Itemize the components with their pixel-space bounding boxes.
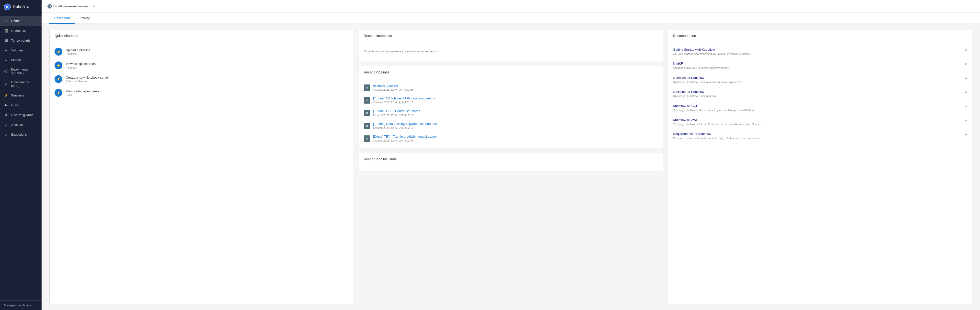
doc-info-4: Kubeflow on GCP Running Kubeflow on Kube… xyxy=(673,104,755,112)
sidebar-item-runs[interactable]: ▶ Runs xyxy=(0,100,41,110)
doc-item-0[interactable]: Getting Started with Kubeflow Get your m… xyxy=(668,45,972,59)
pipeline-info-0: example_pipeline Created 2021. 12. 9. 오후… xyxy=(373,84,414,91)
doc-item-2[interactable]: Microk8s for Kubeflow Quickly get Kubefl… xyxy=(668,73,972,87)
dashboard-grid: Quick shortcuts ⚡ Upload a pipeline Pipe… xyxy=(41,24,980,310)
sidebar-item-volumes[interactable]: ≡ Volumes xyxy=(0,45,41,55)
doc-sub-5: Running Kubeflow on Elastic Container Se… xyxy=(673,122,762,126)
documentation-card: Documentation Getting Started with Kubef… xyxy=(668,30,972,304)
doc-sub-6: Get more detailed information about usin… xyxy=(673,136,759,140)
recent-pipelines-title: Recent Pipelines xyxy=(359,66,663,78)
sidebar-item-tensorboards-label: Tensorboards xyxy=(11,39,30,42)
sidebar-item-home[interactable]: ⌂ Home xyxy=(0,16,41,26)
pipeline-icon-2: ⚙ xyxy=(364,110,370,116)
doc-item-4[interactable]: Kubeflow on GCP Running Kubeflow on Kube… xyxy=(668,101,972,115)
dashboard-content: Quick shortcuts ⚡ Upload a pipeline Pipe… xyxy=(41,24,980,310)
topbar: ⚙ kubeflow-user-example-c... ▾ xyxy=(41,0,980,13)
doc-title-3: Minikube for Kubeflow xyxy=(673,90,716,94)
sidebar-item-models[interactable]: ↔ Models xyxy=(0,55,41,65)
sidebar-item-executions[interactable]: ▷ Executions xyxy=(0,129,41,139)
doc-title-2: Microk8s for Kubeflow xyxy=(673,76,742,80)
create-notebook-icon: ⚡ xyxy=(54,75,62,83)
pipeline-name-3: [Tutorial] Data passing in python compon… xyxy=(373,122,437,126)
sidebar-item-experiments-kfp[interactable]: ✓ Experiments (KFP) xyxy=(0,78,41,90)
pipeline-date-1: Created 2021. 12. 6. 오후 4:02:12 xyxy=(373,101,435,104)
sidebar-item-notebooks[interactable]: 📓 Notebooks xyxy=(0,26,41,35)
pipeline-icon-3: ⚙ xyxy=(364,123,370,129)
home-icon: ⌂ xyxy=(4,19,8,23)
tensorboards-icon: ▦ xyxy=(4,38,8,43)
kubeflow-logo-icon: K xyxy=(4,3,11,10)
doc-item-6[interactable]: Requirements for Kubeflow Get more detai… xyxy=(668,129,972,143)
pipeline-date-4: Created 2021. 12. 6. 오후 4:02:09 xyxy=(373,139,437,142)
sidebar-item-runs-label: Runs xyxy=(11,103,19,107)
doc-item-3[interactable]: Minikube for Kubeflow Quickly get Kubefl… xyxy=(668,87,972,101)
external-link-icon-3: ↗ xyxy=(964,90,967,94)
pipeline-name-4: [Demo] TFX - Taxi tip prediction model t… xyxy=(373,135,437,138)
svg-text:K: K xyxy=(6,5,8,9)
documentation-title: Documentation xyxy=(668,30,972,42)
pipeline-item-2[interactable]: ⚙ [Tutorial] DSL - Control structures Cr… xyxy=(359,107,663,120)
pipeline-item-3[interactable]: ⚙ [Tutorial] Data passing in python comp… xyxy=(359,120,663,132)
app-logo[interactable]: K Kubeflow xyxy=(0,0,41,14)
doc-item-1[interactable]: MiniKF A fast and easy way to deploy Kub… xyxy=(668,59,972,73)
sidebar-nav: ⌂ Home 📓 Notebooks ▦ Tensorboards ≡ Volu… xyxy=(0,14,41,300)
sidebar-item-artifacts[interactable]: ◇ Artifacts xyxy=(0,120,41,129)
pipeline-item-1[interactable]: ⚙ [Tutorial] V2 lightweight Python compo… xyxy=(359,94,663,107)
notebooks-icon: 📓 xyxy=(4,29,8,33)
pipelines-icon: ⚡ xyxy=(4,93,8,97)
sidebar-item-executions-label: Executions xyxy=(11,133,27,136)
shortcut-upload-pipeline-title: Upload a pipeline xyxy=(66,48,90,52)
external-link-icon-4: ↗ xyxy=(964,105,967,109)
quick-shortcuts-title: Quick shortcuts xyxy=(49,30,353,42)
sidebar-item-pipelines[interactable]: ⚡ Pipelines xyxy=(0,90,41,100)
recent-pipelines-body: ⚙ example_pipeline Created 2021. 12. 9. … xyxy=(359,78,663,148)
pipeline-info-4: [Demo] TFX - Taxi tip prediction model t… xyxy=(373,135,437,142)
middle-column: Recent Notebooks No Notebooks in namespa… xyxy=(359,30,663,304)
sidebar: K Kubeflow ⌂ Home 📓 Notebooks ▦ Tensorbo… xyxy=(0,0,41,310)
shortcut-view-pipeline-runs-text: View all pipeline runs Pipelines xyxy=(66,62,95,69)
artifacts-icon: ◇ xyxy=(4,122,8,127)
shortcut-create-notebook[interactable]: ⚡ Create a new Notebook server Notebook … xyxy=(49,72,353,86)
manage-contributors-link[interactable]: Manage Contributors xyxy=(4,304,38,307)
pipeline-icon-0: ⚙ xyxy=(364,85,370,91)
quick-shortcuts-card: Quick shortcuts ⚡ Upload a pipeline Pipe… xyxy=(49,30,354,304)
external-link-icon-1: ↗ xyxy=(964,62,967,66)
external-link-icon-0: ↗ xyxy=(964,48,967,52)
recent-pipeline-runs-card: Recent Pipeline Runs xyxy=(359,153,663,171)
recent-pipelines-card: Recent Pipelines ⚙ example_pipeline Crea… xyxy=(359,66,663,148)
runs-icon: ▶ xyxy=(4,103,8,107)
doc-item-5[interactable]: Kubeflow on AWS Running Kubeflow on Elas… xyxy=(668,115,972,129)
external-link-icon-6: ↗ xyxy=(964,133,967,136)
doc-title-4: Kubeflow on GCP xyxy=(673,104,755,108)
pipeline-name-1: [Tutorial] V2 lightweight Python compone… xyxy=(373,96,435,100)
doc-title-5: Kubeflow on AWS xyxy=(673,118,762,122)
pipeline-date-0: Created 2021. 12. 9. 오후 5:21:55 xyxy=(373,88,414,91)
upload-pipeline-icon: ⚡ xyxy=(54,48,62,56)
pipeline-item-4[interactable]: ⚙ [Demo] TFX - Taxi tip prediction model… xyxy=(359,132,663,145)
doc-sub-2: Quickly get Kubeflow running locally on … xyxy=(673,80,742,84)
sidebar-item-tensorboards[interactable]: ▦ Tensorboards xyxy=(0,35,41,45)
shortcut-upload-pipeline-text: Upload a pipeline Pipelines xyxy=(66,48,90,55)
doc-info-6: Requirements for Kubeflow Get more detai… xyxy=(673,132,759,140)
sidebar-item-experiments-automl[interactable]: ◎ Experiments (AutoML) xyxy=(0,65,41,78)
doc-sub-1: A fast and easy way to deploy Kubeflow l… xyxy=(673,66,729,70)
sidebar-item-pipelines-label: Pipelines xyxy=(11,94,24,97)
shortcut-view-katib[interactable]: ⚡ View Katib Experiments Katib xyxy=(49,86,353,100)
shortcut-view-pipeline-runs[interactable]: ⚡ View all pipeline runs Pipelines xyxy=(49,59,353,72)
recent-notebooks-title: Recent Notebooks xyxy=(359,30,663,42)
tab-activity[interactable]: Activity xyxy=(75,13,95,24)
tab-dashboard[interactable]: Dashboard xyxy=(49,13,75,24)
doc-title-1: MiniKF xyxy=(673,62,729,66)
namespace-icon: ⚙ xyxy=(48,4,52,9)
shortcut-upload-pipeline[interactable]: ⚡ Upload a pipeline Pipelines xyxy=(49,45,353,59)
shortcut-create-notebook-text: Create a new Notebook server Notebook Se… xyxy=(66,76,109,83)
pipeline-name-0: example_pipeline xyxy=(373,84,414,88)
recent-pipeline-runs-title: Recent Pipeline Runs xyxy=(359,153,663,165)
pipeline-item-0[interactable]: ⚙ example_pipeline Created 2021. 12. 9. … xyxy=(359,81,663,94)
shortcut-create-notebook-title: Create a new Notebook server xyxy=(66,76,109,79)
sidebar-item-experiments-automl-label: Experiments (AutoML) xyxy=(11,67,38,75)
pipeline-icon-4: ⚙ xyxy=(364,136,370,142)
sidebar-item-experiments-kfp-label: Experiments (KFP) xyxy=(11,80,38,88)
namespace-selector[interactable]: ⚙ kubeflow-user-example-c... ▾ xyxy=(48,4,95,9)
sidebar-item-recurring-runs[interactable]: ↺ Recurring Runs xyxy=(0,110,41,120)
